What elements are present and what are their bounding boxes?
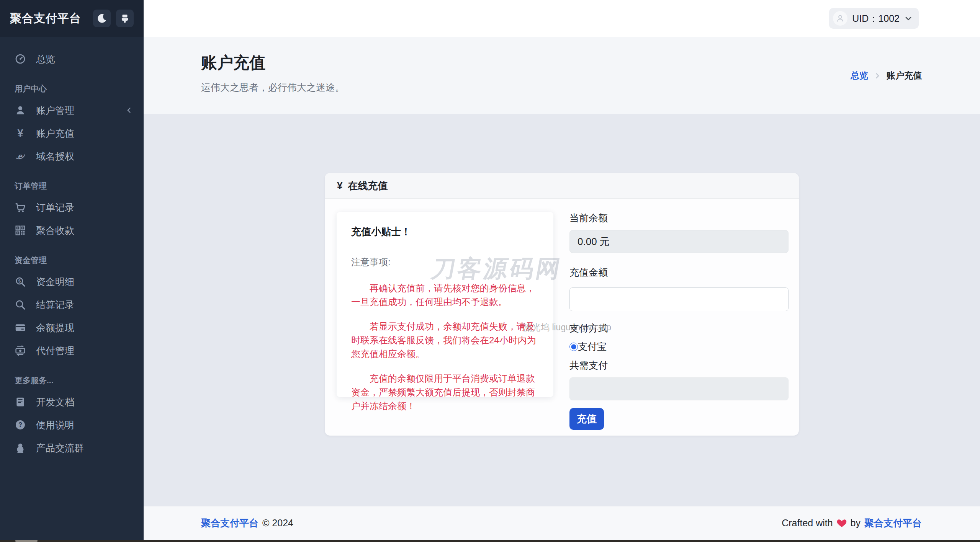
payment-method-label: 支付方式 bbox=[569, 322, 789, 335]
crafted-mid: by bbox=[851, 518, 861, 529]
recharge-form: 当前余额 充值金额 支付方式 支付宝 共需支付 充值 bbox=[569, 212, 789, 430]
sidebar-item-label: 余额提现 bbox=[36, 322, 133, 334]
svg-text:?: ? bbox=[18, 421, 22, 428]
sidebar-item-overview[interactable]: 总览 bbox=[0, 47, 144, 70]
chevron-left-icon bbox=[125, 106, 133, 114]
scrollbar-thumb[interactable] bbox=[15, 540, 38, 542]
breadcrumb-root-link[interactable]: 总览 bbox=[851, 70, 868, 82]
sidebar-actions bbox=[93, 10, 134, 27]
sidebar-item-account-management[interactable]: 账户管理 bbox=[0, 99, 144, 122]
crafted-brand-link[interactable]: 聚合支付平台 bbox=[864, 517, 922, 529]
svg-text:$: $ bbox=[18, 279, 21, 283]
breadcrumb: 总览 账户充值 bbox=[851, 70, 922, 82]
sidebar-item-label: 域名授权 bbox=[36, 150, 133, 163]
avatar bbox=[833, 11, 847, 26]
ie-browser-icon: e bbox=[15, 151, 26, 162]
sidebar-item-balance-withdrawal[interactable]: 余额提现 bbox=[0, 316, 144, 339]
theme-skin-button[interactable] bbox=[116, 10, 134, 27]
sidebar-item-label: 使用说明 bbox=[36, 419, 133, 431]
yen-icon: ¥ bbox=[337, 180, 342, 192]
amount-input[interactable] bbox=[569, 287, 789, 311]
tips-note-label: 注意事项: bbox=[351, 256, 539, 268]
recharge-card: ¥ 在线充值 充值小贴士！ 注意事项: 再确认充值前，请先核对您的身份信息，一旦… bbox=[325, 173, 799, 436]
sidebar-nav: 总览 用户中心 账户管理 ¥ 账户充值 e 域名授权 订单管理 bbox=[0, 37, 144, 459]
sidebar-section-user-center: 用户中心 bbox=[15, 83, 129, 94]
crafted-prefix: Crafted with bbox=[782, 518, 833, 529]
paint-brush-icon bbox=[120, 13, 130, 23]
footer: 聚合支付平台 © 2024 Crafted with by 聚合支付平台 bbox=[144, 506, 980, 540]
brand-logo[interactable]: 聚合支付平台 bbox=[10, 11, 93, 26]
sidebar-item-fund-details[interactable]: $ 资金明细 bbox=[0, 270, 144, 293]
sidebar-item-dev-docs[interactable]: 开发文档 bbox=[0, 390, 144, 413]
breadcrumb-current: 账户充值 bbox=[887, 70, 922, 82]
sidebar-item-label: 资金明细 bbox=[36, 276, 133, 288]
sidebar-item-label: 结算记录 bbox=[36, 299, 133, 311]
card-header: ¥ 在线充值 bbox=[325, 173, 799, 199]
sidebar-item-label: 代付管理 bbox=[36, 344, 133, 357]
cart-icon bbox=[15, 202, 26, 213]
user-menu[interactable]: UID：1002 bbox=[829, 8, 919, 29]
dark-mode-button[interactable] bbox=[93, 10, 111, 27]
page-subtitle: 运伟大之思者，必行伟大之迷途。 bbox=[201, 81, 922, 94]
alipay-radio[interactable] bbox=[569, 343, 578, 351]
top-header: UID：1002 bbox=[144, 0, 980, 37]
tips-panel: 充值小贴士！ 注意事项: 再确认充值前，请先核对您的身份信息，一旦充值成功，任何… bbox=[337, 212, 553, 397]
sidebar-item-settlement-records[interactable]: 结算记录 bbox=[0, 293, 144, 316]
search-icon bbox=[15, 299, 26, 310]
sidebar-item-order-records[interactable]: 订单记录 bbox=[0, 196, 144, 219]
sidebar-item-payout-management[interactable]: 代付管理 bbox=[0, 339, 144, 362]
recharge-button[interactable]: 充值 bbox=[569, 408, 604, 430]
book-icon bbox=[15, 397, 26, 407]
search-dollar-icon: $ bbox=[15, 276, 26, 287]
sidebar-item-label: 产品交流群 bbox=[36, 442, 133, 454]
footer-copyright: 聚合支付平台 © 2024 bbox=[201, 517, 293, 529]
tips-title: 充值小贴士！ bbox=[351, 225, 539, 238]
sidebar-item-domain-authorization[interactable]: e 域名授权 bbox=[0, 145, 144, 168]
sidebar-item-label: 总览 bbox=[36, 53, 133, 65]
footer-year: © 2024 bbox=[262, 518, 293, 529]
sidebar-item-product-group[interactable]: 产品交流群 bbox=[0, 436, 144, 459]
sidebar-item-label: 聚合收款 bbox=[36, 224, 133, 237]
sidebar-item-account-recharge[interactable]: ¥ 账户充值 bbox=[0, 122, 144, 145]
payment-method-option: 支付宝 bbox=[569, 340, 789, 353]
balance-label: 当前余额 bbox=[569, 212, 789, 224]
card-title: 在线充值 bbox=[348, 179, 388, 193]
amount-label: 充值金额 bbox=[569, 266, 789, 279]
tips-paragraph: 若显示支付成功，余额却充值失败，请及时联系在线客服反馈，我们将会在24小时内为您… bbox=[351, 320, 539, 361]
moon-icon bbox=[97, 13, 107, 23]
sidebar-item-usage-instructions[interactable]: ? 使用说明 bbox=[0, 413, 144, 436]
total-field bbox=[569, 377, 789, 400]
alipay-label: 支付宝 bbox=[578, 340, 607, 353]
sidebar-section-fund-management: 资金管理 bbox=[15, 255, 129, 266]
uid-label: UID：1002 bbox=[852, 12, 900, 25]
chevron-down-icon bbox=[904, 14, 913, 23]
card-body: 充值小贴士！ 注意事项: 再确认充值前，请先核对您的身份信息，一旦充值成功，任何… bbox=[325, 199, 799, 430]
page-header: 账户充值 运伟大之思者，必行伟大之迷途。 总览 账户充值 bbox=[144, 37, 980, 114]
main-content: ¥ 在线充值 充值小贴士！ 注意事项: 再确认充值前，请先核对您的身份信息，一旦… bbox=[144, 114, 980, 506]
qr-code-icon bbox=[15, 225, 26, 235]
heart-icon bbox=[837, 518, 847, 528]
sidebar-section-order-management: 订单管理 bbox=[15, 181, 129, 191]
sidebar-header: 聚合支付平台 bbox=[0, 0, 144, 37]
sidebar-item-label: 订单记录 bbox=[36, 201, 133, 214]
balance-field bbox=[569, 230, 789, 253]
sidebar-item-aggregate-collection[interactable]: 聚合收款 bbox=[0, 219, 144, 242]
tips-paragraph: 充值的余额仅限用于平台消费或订单退款资金，严禁频繁大额充值后提现，否则封禁商户并… bbox=[351, 372, 539, 413]
currency-exchange-icon bbox=[15, 345, 26, 356]
footer-crafted: Crafted with by 聚合支付平台 bbox=[782, 517, 922, 529]
sidebar-section-more-services: 更多服务... bbox=[15, 375, 129, 386]
sidebar-item-label: 账户管理 bbox=[36, 104, 115, 117]
sidebar-item-label: 开发文档 bbox=[36, 396, 133, 408]
chevron-right-icon bbox=[874, 72, 881, 80]
tips-paragraph: 再确认充值前，请先核对您的身份信息，一旦充值成功，任何理由均不予退款。 bbox=[351, 281, 539, 309]
credit-card-icon bbox=[15, 322, 26, 333]
qq-penguin-icon bbox=[15, 442, 26, 453]
person-outline-icon bbox=[836, 14, 845, 23]
horizontal-scrollbar[interactable] bbox=[0, 540, 980, 542]
sidebar: 聚合支付平台 总览 用户中心 账户管 bbox=[0, 0, 144, 540]
speedometer-icon bbox=[15, 54, 26, 64]
yen-icon: ¥ bbox=[15, 127, 26, 139]
question-circle-icon: ? bbox=[15, 420, 26, 430]
user-icon bbox=[15, 105, 26, 116]
footer-brand-link[interactable]: 聚合支付平台 bbox=[201, 517, 258, 529]
